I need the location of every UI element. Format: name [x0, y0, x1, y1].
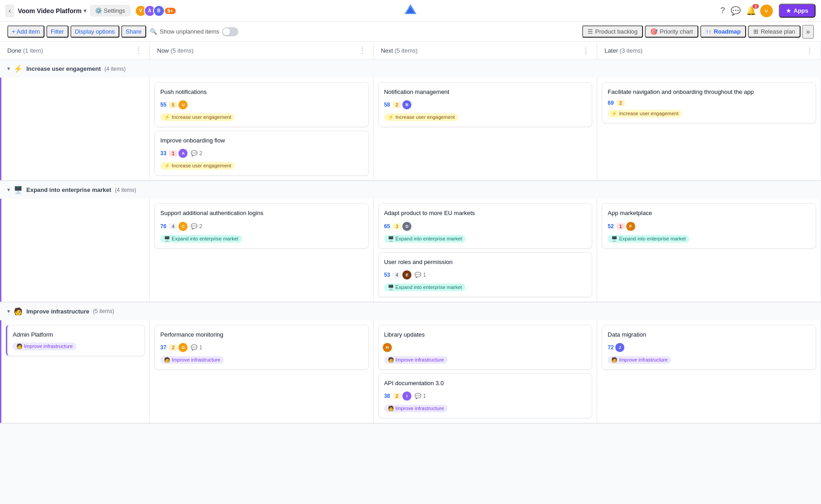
card-number: 38 — [384, 393, 390, 399]
card-data-migration[interactable]: Data migration 72 J 🧑 Improve infrastruc… — [602, 325, 816, 370]
settings-button[interactable]: ⚙️ Settings — [90, 5, 130, 16]
tag: ⚡ Increase user engagement — [160, 162, 235, 170]
group-enterprise-header[interactable]: ▾ 🖥️ Expand into enterprise market (4 it… — [0, 181, 821, 199]
release-plan-button[interactable]: ⊞ Release plan — [748, 25, 801, 38]
apps-button[interactable]: ★ Apps — [779, 4, 816, 18]
card-auth-logins[interactable]: Support additional authentication logins… — [154, 203, 369, 248]
tag: ⚡ Increase user engagement — [384, 113, 459, 121]
card-library-updates[interactable]: Library updates H 🧑 Improve infrastructu… — [378, 325, 593, 370]
add-item-button[interactable]: + Add item — [7, 25, 45, 38]
avatar: A — [178, 148, 188, 158]
col-now-menu[interactable]: ⋮ — [359, 46, 366, 55]
card-meta: 53 4 E 💬 1 — [384, 270, 587, 280]
group-enterprise: ▾ 🖥️ Expand into enterprise market (4 it… — [0, 181, 821, 302]
card-adapt-eu-markets[interactable]: Adapt product to more EU markets 65 3 D … — [378, 203, 593, 248]
backlog-icon: ☰ — [588, 28, 593, 35]
card-meta: 69 2 — [608, 100, 810, 106]
card-admin-platform[interactable]: Admin Platform 🧑 Improve infrastructure — [6, 325, 145, 356]
card-meta: H — [384, 343, 587, 352]
priority-badge: 4 — [393, 272, 401, 278]
col-header-next: Next (5 items) ⋮ — [374, 42, 598, 59]
card-title: User roles and permission — [384, 258, 587, 266]
card-title: Admin Platform — [13, 331, 139, 339]
card-number: 53 — [384, 272, 390, 278]
group-columns: Admin Platform 🧑 Improve infrastructure … — [0, 320, 821, 423]
share-button[interactable]: Share — [121, 25, 146, 38]
card-number: 65 — [384, 223, 390, 230]
group-emoji: ⚡ — [14, 64, 23, 73]
card-push-notifications[interactable]: Push notifications 55 5 U ⚡ Increase use… — [154, 82, 369, 127]
group-infrastructure-header[interactable]: ▾ 🧑 Improve infrastructure (5 items) — [0, 303, 821, 320]
tag: 🖥️ Expand into enterprise market — [160, 235, 242, 243]
user-avatar[interactable]: U — [760, 4, 773, 18]
card-user-roles[interactable]: User roles and permission 53 4 E 💬 1 🖥️ … — [378, 252, 593, 297]
comment-count: 💬 1 — [415, 272, 426, 278]
card-number: 33 — [160, 150, 166, 157]
display-options-button[interactable]: Display options — [70, 25, 119, 38]
card-title: Facilitate navigation and onboarding thr… — [608, 88, 810, 96]
back-button[interactable]: ‹ — [5, 5, 14, 17]
group-columns: Push notifications 55 5 U ⚡ Increase use… — [0, 78, 821, 180]
card-improve-onboarding[interactable]: Improve onboarding flow 33 1 A 💬 2 ⚡ Inc… — [154, 131, 369, 176]
card-title: API documentation 3.0 — [384, 379, 587, 387]
priority-badge: 2 — [169, 344, 177, 351]
card-number: 37 — [160, 344, 166, 351]
priority-chart-button[interactable]: 🎯 Priority chart — [645, 25, 698, 38]
group-infrastructure: ▾ 🧑 Improve infrastructure (5 items) Adm… — [0, 303, 821, 424]
card-app-marketplace[interactable]: App marketplace 52 1 F 🖥️ Expand into en… — [602, 203, 816, 248]
group-col-later: Data migration 72 J 🧑 Improve infrastruc… — [597, 320, 821, 423]
chat-icon[interactable]: 💬 — [731, 6, 741, 16]
group-col-later: App marketplace 52 1 F 🖥️ Expand into en… — [597, 199, 821, 301]
show-unplanned-toggle[interactable] — [222, 27, 238, 36]
card-title: Improve onboarding flow — [160, 137, 363, 145]
priority-badge: 3 — [393, 223, 401, 230]
notification-icon[interactable]: 🔔 3 — [746, 6, 756, 16]
group-user-engagement-header[interactable]: ▾ ⚡ Increase user engagement (4 items) — [0, 60, 821, 78]
top-nav: ‹ Voom Video Platform ▾ ⚙️ Settings V A … — [0, 0, 821, 22]
toolbar-right: ☰ Product backlog 🎯 Priority chart ↑↑ Ro… — [582, 25, 814, 39]
avatar-group: V A B 9+ — [138, 5, 176, 17]
group-columns: Support additional authentication logins… — [0, 199, 821, 301]
card-title: Notification management — [384, 88, 587, 96]
title-chevron[interactable]: ▾ — [84, 8, 86, 14]
avatar: C — [178, 221, 188, 231]
group-count: (4 items) — [104, 66, 126, 72]
show-unplanned-label: Show unplanned items — [160, 28, 220, 35]
card-notification-management[interactable]: Notification management 58 2 B ⚡ Increas… — [378, 82, 593, 127]
col-now-label: Now (5 items) — [157, 47, 193, 54]
card-title: Library updates — [384, 331, 587, 339]
col-next-menu[interactable]: ⋮ — [582, 46, 589, 55]
more-views-button[interactable]: » — [802, 25, 814, 39]
card-performance-monitoring[interactable]: Performance monitoring 37 2 G 💬 1 🧑 Impr… — [154, 325, 369, 370]
col-later-menu[interactable]: ⋮ — [806, 46, 813, 55]
group-col-now: Performance monitoring 37 2 G 💬 1 🧑 Impr… — [150, 320, 374, 423]
notification-badge: 3 — [752, 4, 758, 9]
comment-count: 💬 1 — [191, 344, 202, 351]
roadmap-icon: ↑↑ — [706, 28, 712, 35]
col-now-count: (5 items) — [171, 47, 194, 54]
star-icon: ★ — [786, 8, 791, 14]
priority-badge: 1 — [169, 150, 177, 157]
col-header-now: Now (5 items) ⋮ — [150, 42, 374, 59]
product-backlog-button[interactable]: ☰ Product backlog — [582, 25, 643, 38]
card-meta: 37 2 G 💬 1 — [160, 343, 363, 352]
col-later-label: Later (3 items) — [604, 47, 643, 54]
col-done-menu[interactable]: ⋮ — [135, 46, 142, 55]
col-next-label: Next (5 items) — [381, 47, 418, 54]
tag: ⚡ Increase user engagement — [160, 113, 235, 121]
group-count: (5 items) — [93, 308, 114, 314]
priority-badge: 1 — [617, 223, 625, 230]
group-user-engagement: ▾ ⚡ Increase user engagement (4 items) P… — [0, 60, 821, 181]
card-title: Data migration — [608, 331, 810, 339]
help-icon[interactable]: ? — [720, 6, 725, 15]
group-col-next: Library updates H 🧑 Improve infrastructu… — [374, 320, 598, 423]
avatar: I — [402, 391, 412, 401]
filter-button[interactable]: Filter — [46, 25, 69, 38]
card-api-documentation[interactable]: API documentation 3.0 38 2 I 💬 1 🧑 Impro… — [378, 373, 593, 418]
group-col-done: Admin Platform 🧑 Improve infrastructure — [0, 320, 150, 423]
card-number: 52 — [608, 223, 613, 230]
board-container: Done (1 item) ⋮ Now (5 items) ⋮ Next (5 … — [0, 42, 821, 504]
roadmap-button[interactable]: ↑↑ Roadmap — [700, 25, 746, 38]
group-col-done — [0, 78, 150, 180]
card-facilitate-navigation[interactable]: Facilitate navigation and onboarding thr… — [602, 82, 816, 123]
